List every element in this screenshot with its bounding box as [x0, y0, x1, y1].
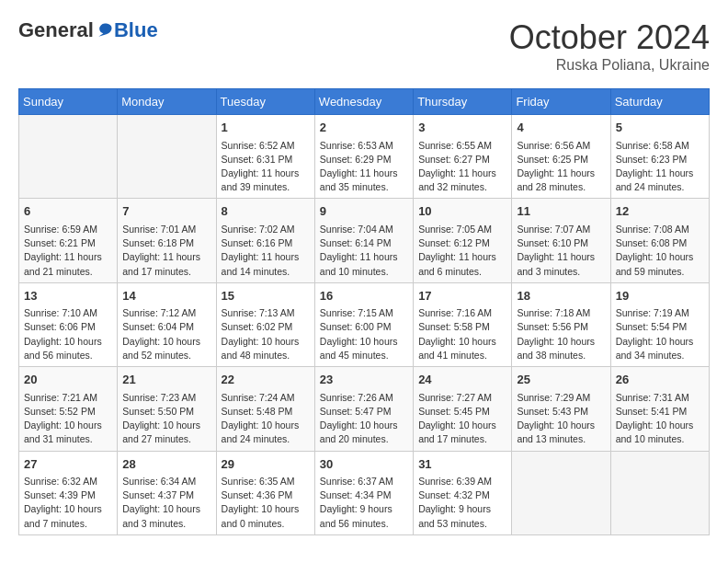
day-info: Sunrise: 7:12 AMSunset: 6:04 PMDaylight:… [122, 306, 210, 362]
logo-bird-icon [96, 21, 114, 40]
day-info: Sunrise: 7:21 AMSunset: 5:52 PMDaylight:… [24, 391, 112, 447]
day-number: 22 [222, 371, 310, 389]
day-info: Sunrise: 7:23 AMSunset: 5:50 PMDaylight:… [122, 391, 210, 447]
day-number: 11 [517, 202, 605, 221]
month-title: October 2024 [509, 18, 710, 57]
day-info: Sunrise: 6:37 AMSunset: 4:34 PMDaylight:… [320, 475, 408, 531]
day-info: Sunrise: 6:56 AMSunset: 6:25 PMDaylight:… [517, 139, 605, 195]
day-of-week-header: Tuesday [216, 89, 314, 115]
day-info: Sunrise: 7:05 AMSunset: 6:12 PMDaylight:… [418, 223, 506, 279]
day-info: Sunrise: 7:29 AMSunset: 5:43 PMDaylight:… [517, 391, 605, 447]
calendar-day-cell: 10Sunrise: 7:05 AMSunset: 6:12 PMDayligh… [414, 199, 512, 282]
calendar-day-cell [512, 451, 610, 534]
day-number: 7 [122, 202, 210, 221]
day-info: Sunrise: 6:55 AMSunset: 6:27 PMDaylight:… [418, 139, 506, 195]
day-info: Sunrise: 7:27 AMSunset: 5:45 PMDaylight:… [418, 391, 506, 447]
location-subtitle: Ruska Poliana, Ukraine [509, 57, 710, 74]
day-info: Sunrise: 6:35 AMSunset: 4:36 PMDaylight:… [222, 475, 310, 531]
calendar-day-cell: 4Sunrise: 6:56 AMSunset: 6:25 PMDaylight… [512, 115, 610, 199]
calendar-day-cell: 9Sunrise: 7:04 AMSunset: 6:14 PMDaylight… [314, 199, 413, 282]
day-number: 27 [24, 455, 112, 474]
day-info: Sunrise: 6:32 AMSunset: 4:39 PMDaylight:… [24, 475, 112, 531]
calendar-day-cell: 1Sunrise: 6:52 AMSunset: 6:31 PMDaylight… [216, 115, 314, 199]
calendar-day-cell: 17Sunrise: 7:16 AMSunset: 5:58 PMDayligh… [414, 282, 512, 366]
calendar-week-row: 1Sunrise: 6:52 AMSunset: 6:31 PMDaylight… [19, 115, 710, 199]
calendar-day-cell: 18Sunrise: 7:18 AMSunset: 5:56 PMDayligh… [512, 282, 610, 366]
day-info: Sunrise: 6:59 AMSunset: 6:21 PMDaylight:… [24, 223, 112, 279]
calendar-day-cell: 27Sunrise: 6:32 AMSunset: 4:39 PMDayligh… [19, 451, 118, 534]
calendar-day-cell: 19Sunrise: 7:19 AMSunset: 5:54 PMDayligh… [610, 282, 709, 366]
calendar-day-cell: 21Sunrise: 7:23 AMSunset: 5:50 PMDayligh… [118, 367, 216, 451]
day-of-week-header: Wednesday [314, 89, 413, 115]
day-number: 29 [222, 455, 310, 474]
day-number: 9 [320, 202, 408, 221]
day-info: Sunrise: 7:10 AMSunset: 6:06 PMDaylight:… [24, 306, 112, 362]
day-info: Sunrise: 7:26 AMSunset: 5:47 PMDaylight:… [320, 391, 408, 447]
day-number: 12 [616, 202, 704, 221]
day-info: Sunrise: 7:24 AMSunset: 5:48 PMDaylight:… [222, 391, 310, 447]
day-info: Sunrise: 7:08 AMSunset: 6:08 PMDaylight:… [616, 223, 704, 279]
day-number: 2 [320, 119, 408, 137]
calendar-day-cell [610, 451, 709, 534]
day-number: 5 [616, 119, 704, 137]
calendar-day-cell: 7Sunrise: 7:01 AMSunset: 6:18 PMDaylight… [118, 199, 216, 282]
day-of-week-header: Thursday [414, 89, 512, 115]
day-info: Sunrise: 7:02 AMSunset: 6:16 PMDaylight:… [222, 223, 310, 279]
calendar-day-cell: 11Sunrise: 7:07 AMSunset: 6:10 PMDayligh… [512, 199, 610, 282]
day-of-week-header: Monday [118, 89, 216, 115]
day-of-week-header: Saturday [610, 89, 709, 115]
day-number: 24 [418, 371, 506, 389]
day-number: 28 [122, 455, 210, 474]
calendar-day-cell: 23Sunrise: 7:26 AMSunset: 5:47 PMDayligh… [314, 367, 413, 451]
calendar-day-cell: 14Sunrise: 7:12 AMSunset: 6:04 PMDayligh… [118, 282, 216, 366]
page-header: General Blue October 2024 Ruska Poliana,… [18, 18, 710, 74]
day-info: Sunrise: 7:07 AMSunset: 6:10 PMDaylight:… [517, 223, 605, 279]
day-number: 13 [24, 287, 112, 305]
calendar-day-cell: 5Sunrise: 6:58 AMSunset: 6:23 PMDaylight… [610, 115, 709, 199]
day-info: Sunrise: 7:01 AMSunset: 6:18 PMDaylight:… [122, 223, 210, 279]
calendar-day-cell: 16Sunrise: 7:15 AMSunset: 6:00 PMDayligh… [314, 282, 413, 366]
logo-blue-text: Blue [114, 18, 158, 42]
calendar-day-cell [19, 115, 118, 199]
day-number: 20 [24, 371, 112, 389]
day-number: 10 [418, 202, 506, 221]
logo-general-text: General [18, 18, 94, 42]
day-info: Sunrise: 7:19 AMSunset: 5:54 PMDaylight:… [616, 306, 704, 362]
calendar-day-cell: 24Sunrise: 7:27 AMSunset: 5:45 PMDayligh… [414, 367, 512, 451]
day-info: Sunrise: 7:15 AMSunset: 6:00 PMDaylight:… [320, 306, 408, 362]
calendar-day-cell: 12Sunrise: 7:08 AMSunset: 6:08 PMDayligh… [610, 199, 709, 282]
calendar-day-cell: 25Sunrise: 7:29 AMSunset: 5:43 PMDayligh… [512, 367, 610, 451]
calendar-day-cell: 3Sunrise: 6:55 AMSunset: 6:27 PMDaylight… [414, 115, 512, 199]
day-info: Sunrise: 7:18 AMSunset: 5:56 PMDaylight:… [517, 306, 605, 362]
calendar-day-cell: 30Sunrise: 6:37 AMSunset: 4:34 PMDayligh… [314, 451, 413, 534]
calendar-day-cell: 28Sunrise: 6:34 AMSunset: 4:37 PMDayligh… [118, 451, 216, 534]
day-number: 19 [616, 287, 704, 305]
day-info: Sunrise: 7:16 AMSunset: 5:58 PMDaylight:… [418, 306, 506, 362]
day-number: 16 [320, 287, 408, 305]
calendar-day-cell: 20Sunrise: 7:21 AMSunset: 5:52 PMDayligh… [19, 367, 118, 451]
logo: General Blue [18, 18, 158, 42]
day-of-week-header: Sunday [19, 89, 118, 115]
calendar-week-row: 6Sunrise: 6:59 AMSunset: 6:21 PMDaylight… [19, 199, 710, 282]
day-number: 14 [122, 287, 210, 305]
calendar-day-cell: 2Sunrise: 6:53 AMSunset: 6:29 PMDaylight… [314, 115, 413, 199]
day-number: 21 [122, 371, 210, 389]
calendar-table: SundayMondayTuesdayWednesdayThursdayFrid… [18, 88, 710, 535]
day-number: 8 [222, 202, 310, 221]
calendar-day-cell: 6Sunrise: 6:59 AMSunset: 6:21 PMDaylight… [19, 199, 118, 282]
day-number: 31 [418, 455, 506, 474]
day-number: 4 [517, 119, 605, 137]
day-info: Sunrise: 6:39 AMSunset: 4:32 PMDaylight:… [418, 475, 506, 531]
day-number: 25 [517, 371, 605, 389]
day-of-week-header: Friday [512, 89, 610, 115]
day-number: 15 [222, 287, 310, 305]
calendar-day-cell: 22Sunrise: 7:24 AMSunset: 5:48 PMDayligh… [216, 367, 314, 451]
day-number: 6 [24, 202, 112, 221]
day-number: 23 [320, 371, 408, 389]
day-info: Sunrise: 7:31 AMSunset: 5:41 PMDaylight:… [616, 391, 704, 447]
day-info: Sunrise: 7:04 AMSunset: 6:14 PMDaylight:… [320, 223, 408, 279]
calendar-week-row: 20Sunrise: 7:21 AMSunset: 5:52 PMDayligh… [19, 367, 710, 451]
day-info: Sunrise: 7:13 AMSunset: 6:02 PMDaylight:… [222, 306, 310, 362]
day-number: 18 [517, 287, 605, 305]
day-info: Sunrise: 6:34 AMSunset: 4:37 PMDaylight:… [122, 475, 210, 531]
